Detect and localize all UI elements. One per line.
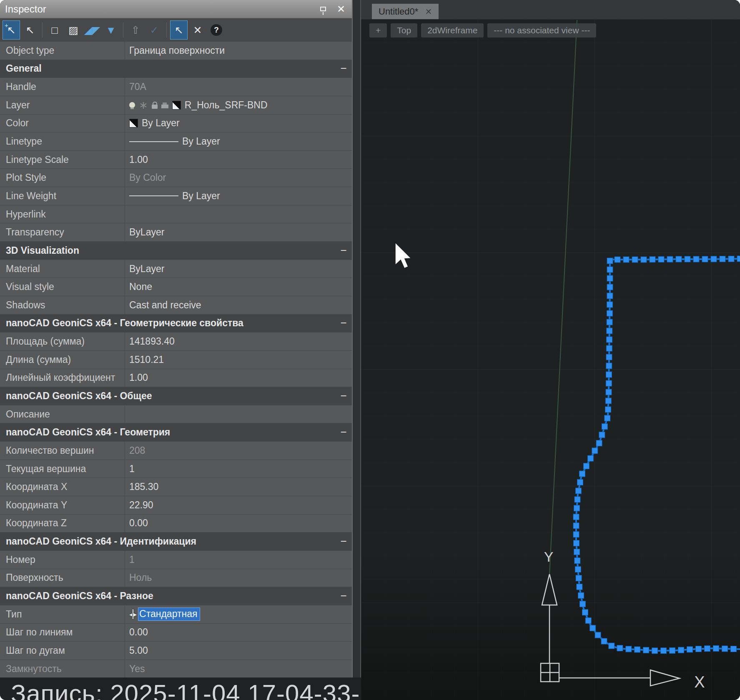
pin-icon[interactable] xyxy=(320,7,326,11)
add-to-selection-icon[interactable]: ⇧ xyxy=(127,20,144,40)
drawing-canvas-grid[interactable] xyxy=(361,19,740,700)
view-direction-button[interactable]: Top xyxy=(391,23,417,38)
property-value[interactable]: ByLayer xyxy=(125,223,352,241)
property-row: Линейный коэффициент1.00 xyxy=(0,369,352,388)
property-label: Поверхность xyxy=(0,569,125,587)
confirm-selection-icon[interactable]: ✓ xyxy=(145,20,163,40)
associated-view-button[interactable]: --- no associated view --- xyxy=(487,23,596,38)
property-row: Linetype Scale1.00 xyxy=(0,151,352,169)
visual-style-button[interactable]: 2dWireframe xyxy=(421,23,484,38)
property-value[interactable]: 1 xyxy=(125,551,352,569)
color-swatch-icon[interactable] xyxy=(172,101,181,110)
layer-lock-icon[interactable] xyxy=(152,105,158,109)
property-value[interactable]: Cast and receive xyxy=(125,296,352,314)
viewport-controls: +Top2dWireframe--- no associated view --… xyxy=(369,23,596,38)
section-header-row[interactable]: nanoCAD GeoniCS x64 - Общее− xyxy=(0,387,352,405)
property-label: Количество вершин xyxy=(0,442,125,460)
collapse-minus-icon[interactable]: − xyxy=(335,315,352,332)
select-crossing-icon[interactable]: ▨ xyxy=(65,20,82,40)
property-label: Координата Z xyxy=(0,515,125,532)
collapse-minus-icon[interactable]: − xyxy=(335,423,352,441)
select-fence-icon[interactable]: ◢◤ xyxy=(83,20,101,40)
property-value[interactable]: Ноль xyxy=(125,569,352,587)
property-row: ShadowsCast and receive xyxy=(0,296,352,315)
deselect-icon[interactable]: ✕ xyxy=(189,20,206,40)
property-value[interactable]: 141893.40 xyxy=(125,332,352,350)
property-value[interactable]: 70A xyxy=(125,78,352,96)
property-row: MaterialByLayer xyxy=(0,260,352,278)
property-value[interactable]: ByLayer xyxy=(125,260,352,278)
property-label: Координата Y xyxy=(0,496,125,514)
drawing-viewport[interactable]: Untitled0* ✕ +Top2dWireframe--- no assoc… xyxy=(361,0,740,700)
property-value[interactable]: None xyxy=(125,278,352,296)
linetype-preview xyxy=(129,141,178,142)
property-value[interactable]: 5.00 xyxy=(125,642,352,660)
property-row: Шаг по дугам5.00 xyxy=(0,642,352,660)
select-append-icon[interactable]: ↖+ xyxy=(3,20,20,40)
recording-overlay: Запись: 2025-11-04 17-04-33-460 xyxy=(0,678,361,700)
property-value[interactable]: 22.90 xyxy=(125,496,352,514)
section-header-row[interactable]: nanoCAD GeoniCS x64 - Геометрические сво… xyxy=(0,315,352,333)
collapse-minus-icon[interactable]: − xyxy=(335,532,352,550)
property-value[interactable]: ∗R_Ноль_SRF-BND xyxy=(125,96,352,114)
property-value[interactable]: ◂▸Стандартная xyxy=(125,605,352,623)
pointer-mode-icon[interactable]: ↖ xyxy=(170,20,188,40)
section-header-row[interactable]: 3D Visualization− xyxy=(0,242,352,260)
help-icon[interactable]: ? xyxy=(208,20,225,40)
line-value: By Layer xyxy=(182,190,220,202)
property-value[interactable]: By Color xyxy=(125,169,352,187)
property-label: Линейный коэффициент xyxy=(0,369,125,387)
section-header-row[interactable]: nanoCAD GeoniCS x64 - Геометрия− xyxy=(0,423,352,442)
property-value[interactable]: Граница поверхности xyxy=(125,42,352,60)
section-header-row[interactable]: General− xyxy=(0,60,352,78)
toolbar-separator xyxy=(166,22,167,38)
inspector-title-bar: Inspector ✕ xyxy=(0,0,352,18)
property-value[interactable]: By Layer xyxy=(125,187,352,205)
value-text: 1.00 xyxy=(129,372,148,383)
selected-edit-value[interactable]: Стандартная xyxy=(138,608,200,621)
property-value[interactable]: 185.30 xyxy=(125,478,352,496)
collapse-minus-icon[interactable]: − xyxy=(335,242,352,260)
property-value[interactable]: By Layer xyxy=(125,115,352,132)
viewport-plus-button[interactable]: + xyxy=(369,23,387,38)
property-value[interactable] xyxy=(125,405,352,423)
property-value[interactable]: By Layer xyxy=(125,132,352,150)
section-label: nanoCAD GeoniCS x64 - Геометрические сво… xyxy=(0,315,335,332)
select-window-icon[interactable]: □ xyxy=(46,20,63,40)
value-text: Ноль xyxy=(129,572,152,583)
property-value[interactable]: 0.00 xyxy=(125,624,352,642)
toolbar-separator xyxy=(123,22,123,38)
layer-on-bulb-icon[interactable] xyxy=(129,102,135,108)
close-icon[interactable]: ✕ xyxy=(337,4,345,14)
tab-close-icon[interactable]: ✕ xyxy=(425,7,432,17)
property-row: Line WeightBy Layer xyxy=(0,187,352,205)
section-label: nanoCAD GeoniCS x64 - Разное xyxy=(0,587,335,605)
property-label: Тип xyxy=(0,605,125,623)
collapse-minus-icon[interactable]: − xyxy=(335,387,352,405)
layer-print-icon[interactable] xyxy=(161,105,168,108)
section-header-row[interactable]: nanoCAD GeoniCS x64 - Разное− xyxy=(0,587,352,605)
inspector-toolbar: ↖+↖□▨◢◤▼⇧✓↖✕? xyxy=(0,18,352,42)
resize-right-arrow: ▸ xyxy=(133,610,137,618)
color-swatch-icon[interactable] xyxy=(129,119,138,128)
section-header-row[interactable]: nanoCAD GeoniCS x64 - Идентификация− xyxy=(0,532,352,551)
select-cursor-icon[interactable]: ↖ xyxy=(21,20,39,40)
property-value[interactable]: Yes xyxy=(125,660,352,678)
property-value[interactable]: 0.00 xyxy=(125,515,352,532)
panel-splitter[interactable] xyxy=(352,0,361,700)
quick-select-filter-icon[interactable]: ▼ xyxy=(102,20,120,40)
column-resize-cursor: ◂▸ xyxy=(129,609,137,620)
section-label: nanoCAD GeoniCS x64 - Общее xyxy=(0,387,335,405)
property-value[interactable]: 208 xyxy=(125,442,352,460)
section-label: nanoCAD GeoniCS x64 - Геометрия xyxy=(0,423,335,441)
property-value[interactable]: 1.00 xyxy=(125,369,352,387)
property-value[interactable] xyxy=(125,205,352,223)
collapse-minus-icon[interactable]: − xyxy=(335,587,352,605)
document-tab[interactable]: Untitled0* ✕ xyxy=(372,4,439,19)
property-label: Line Weight xyxy=(0,187,125,205)
property-label: Transparency xyxy=(0,223,125,241)
property-value[interactable]: 1.00 xyxy=(125,151,352,169)
property-value[interactable]: 1510.21 xyxy=(125,351,352,369)
property-value[interactable]: 1 xyxy=(125,460,352,478)
collapse-minus-icon[interactable]: − xyxy=(335,60,352,78)
